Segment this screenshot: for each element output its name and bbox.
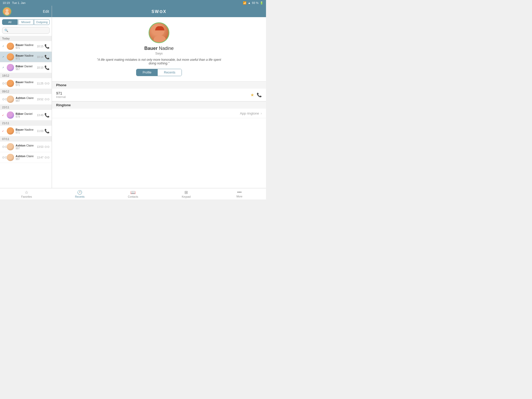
swyx-logo: SW⊙X (151, 9, 166, 14)
tab-recents-label: Recents (75, 195, 85, 198)
more-icon: ••• (237, 190, 242, 195)
call-button[interactable]: 📞 (44, 55, 50, 59)
tab-bar: ☆ Favorites 🕐 Recents 📖 Contacts ⊞ Keypa… (0, 188, 266, 200)
call-item-time: 10:14 (37, 56, 43, 58)
call-item-time: 11:03 (37, 130, 43, 132)
call-item-info: Ashton Claire 997 (16, 155, 37, 161)
section-header-09-12: 09/12 (0, 89, 52, 94)
avatar (7, 96, 14, 103)
avatar (7, 143, 14, 150)
tab-favorites[interactable]: ☆ Favorites (0, 188, 53, 200)
call-item-info: Bauer Nadine 971 (16, 128, 37, 134)
filter-all[interactable]: All (2, 19, 18, 25)
call-item-name: Bauer Nadine (16, 54, 37, 57)
ringtone-row[interactable]: App ringtone › (52, 109, 266, 118)
call-item-name: Bäker Daniel (16, 112, 37, 115)
call-list: Today ↗ Bauer Nadine 971 10:15 📞 ↗ Bauer… (0, 36, 52, 188)
call-item[interactable]: ⊙⊙ Bauer Nadine 971 11:25 ⊙⊙ (0, 78, 52, 89)
call-item[interactable]: ↙ Bauer Nadine 971 11:03 📞 (0, 126, 52, 136)
phone-actions: ★ 📞 (250, 92, 262, 97)
call-item[interactable]: ↙ Bäker Daniel 979 13:49 📞 (0, 110, 52, 121)
call-item-number: 967 (16, 68, 37, 71)
call-item-info: Bäker Daniel 967 (16, 65, 37, 71)
voicemail-play-button[interactable]: ⊙⊙ (44, 97, 50, 101)
call-item-name: Bauer Nadine (16, 43, 37, 46)
tab-keypad-label: Keypad (182, 195, 191, 198)
call-item-name: Ashton Claire (16, 96, 37, 99)
book-icon: 📖 (130, 190, 136, 195)
keypad-icon: ⊞ (184, 190, 188, 195)
outgoing-call-icon: ↗ (2, 66, 6, 69)
call-item-number: 979 (16, 115, 37, 118)
call-item-info: Bauer Nadine 971 (16, 54, 37, 60)
contact-company: Swyx (155, 52, 163, 55)
call-item-info: Ashton Claire 997 (16, 144, 37, 150)
call-button[interactable]: 📞 (44, 129, 50, 134)
phone-label: Internal (56, 95, 250, 98)
svg-point-4 (154, 35, 166, 43)
tab-favorites-label: Favorites (21, 195, 32, 198)
tab-contacts[interactable]: 📖 Contacts (107, 188, 160, 200)
avatar (7, 127, 14, 135)
call-button[interactable]: 📞 (44, 113, 50, 118)
favorite-star-icon[interactable]: ★ (250, 92, 254, 97)
call-button[interactable]: 📞 (44, 44, 50, 49)
tab-more[interactable]: ••• More (213, 188, 266, 200)
tab-contacts-label: Contacts (128, 195, 138, 198)
call-button[interactable]: 📞 (44, 65, 50, 70)
call-item[interactable]: ↗ Bauer Nadine 971 10:14 📞 (0, 52, 52, 62)
ringtone-section-header: Ringtone (52, 101, 266, 109)
call-item-name: Bauer Nadine (16, 81, 37, 84)
left-panel: Edit All Missed Outgoing 🔍 Today ↗ Bauer… (0, 6, 52, 188)
call-item[interactable]: ⊙⊙ Ashton Claire 997 13:47 ⊙⊙ (0, 152, 52, 163)
voicemail-play-button[interactable]: ⊙⊙ (44, 156, 50, 159)
call-item[interactable]: ⊙⊙ Ashton Claire 997 19:52 ⊙⊙ (0, 94, 52, 105)
filter-missed[interactable]: Missed (18, 19, 34, 25)
avatar (7, 80, 14, 87)
avatar (7, 111, 14, 119)
section-header-07-11: 07/11 (0, 136, 52, 142)
contact-avatar (149, 22, 169, 43)
call-item-number: 997 (16, 158, 37, 161)
voicemail-play-button[interactable]: ⊙⊙ (44, 82, 50, 85)
tab-profile[interactable]: Profile (136, 69, 158, 76)
battery-indicator: 93 % (252, 1, 258, 4)
call-item[interactable]: ↗ Bauer Nadine 971 10:15 📞 (0, 41, 52, 52)
call-item-time: 13:47 (37, 156, 43, 159)
voicemail-play-button[interactable]: ⊙⊙ (44, 145, 50, 149)
call-item-time: 10:15 (37, 45, 43, 48)
status-time: 10:19 (3, 1, 10, 4)
avatar (7, 154, 14, 161)
search-input[interactable] (10, 29, 47, 32)
right-header: SW⊙X (52, 6, 266, 17)
call-item-name: Ashton Claire (16, 144, 37, 147)
filter-outgoing[interactable]: Outgoing (34, 19, 50, 25)
svg-point-1 (5, 12, 9, 15)
section-header-today: Today (0, 36, 52, 41)
status-time-date: 10:19 Tue 1. Jan (3, 1, 25, 4)
star-icon: ☆ (25, 190, 28, 195)
call-item[interactable]: ⊙⊙ Ashton Claire 997 13:53 ⊙⊙ (0, 142, 52, 152)
call-item[interactable]: ↗ Bäker Daniel 967 10:10 📞 (0, 62, 52, 73)
call-item-time: 10:10 (37, 66, 43, 69)
contact-detail: Bauer Nadine Swyx "A life spent making m… (52, 17, 266, 188)
search-bar: 🔍 (2, 27, 50, 34)
avatar (7, 53, 14, 61)
edit-button[interactable]: Edit (43, 9, 49, 14)
phone-number: 971 (56, 91, 250, 95)
call-item-time: 11:25 (37, 82, 43, 85)
call-item-name: Bäker Daniel (16, 65, 37, 68)
right-panel: SW⊙X Bauer Nadine Swyx "A life sp (52, 6, 266, 188)
user-avatar[interactable] (3, 7, 11, 16)
voicemail-icon: ⊙⊙ (2, 97, 6, 101)
left-header: Edit (0, 6, 52, 17)
status-bar: 10:19 Tue 1. Jan 📶 ▲ 93 % 🔋 (0, 0, 266, 6)
tab-keypad[interactable]: ⊞ Keypad (159, 188, 213, 200)
call-item-time: 13:49 (37, 114, 43, 117)
section-header-22-11: 22/11 (0, 105, 52, 110)
call-phone-icon[interactable]: 📞 (257, 92, 262, 97)
detail-tabs: Profile Recents (136, 69, 182, 76)
voicemail-icon: ⊙⊙ (2, 156, 6, 159)
tab-recents[interactable]: Recents (158, 69, 182, 76)
tab-recents[interactable]: 🕐 Recents (53, 188, 107, 200)
